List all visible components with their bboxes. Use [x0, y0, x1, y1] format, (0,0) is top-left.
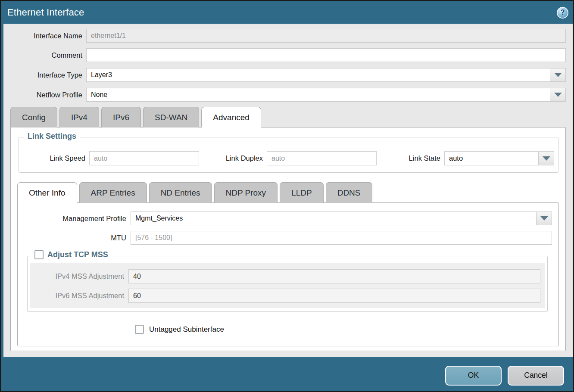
- link-duplex-field[interactable]: [267, 151, 377, 165]
- adjust-tcp-mss-fieldset: Adjust TCP MSS IPv4 MSS Adjustment IPv6 …: [27, 256, 548, 312]
- mss-disabled-area: IPv4 MSS Adjustment IPv6 MSS Adjustment: [30, 263, 545, 308]
- link-speed-field[interactable]: [89, 151, 199, 165]
- netflow-profile-dropdown-button[interactable]: [550, 88, 565, 101]
- footer: OK Cancel: [3, 357, 573, 391]
- help-glyph: ?: [561, 9, 565, 16]
- netflow-profile-value: None: [87, 91, 550, 99]
- management-profile-dropdown[interactable]: Mgmt_Services: [131, 212, 552, 225]
- netflow-profile-label: Netflow Profile: [3, 91, 86, 99]
- tab-lldp[interactable]: LLDP: [280, 182, 324, 203]
- management-profile-dropdown-button[interactable]: [536, 212, 552, 225]
- chevron-down-icon: [540, 216, 548, 221]
- chevron-down-icon: [543, 156, 550, 161]
- comment-field[interactable]: [86, 48, 566, 62]
- ipv6-mss-label: IPv6 MSS Adjustment: [30, 292, 128, 300]
- interface-name-label: Interface Name: [3, 32, 86, 40]
- dialog-title: Ethernet Interface: [7, 7, 84, 18]
- tab-ddns[interactable]: DDNS: [326, 182, 372, 203]
- tab-ndp-proxy[interactable]: NDP Proxy: [214, 182, 278, 203]
- management-profile-label: Management Profile: [18, 215, 131, 223]
- ipv4-mss-field: [128, 269, 540, 283]
- management-profile-row: Management Profile Mgmt_Services: [18, 212, 552, 225]
- untagged-subinterface-label: Untagged Subinterface: [149, 325, 224, 334]
- interface-type-value: Layer3: [87, 71, 550, 79]
- tab-ipv6[interactable]: IPv6: [101, 107, 141, 128]
- interface-type-dropdown[interactable]: Layer3: [86, 68, 566, 82]
- interface-type-label: Interface Type: [3, 71, 86, 79]
- help-icon[interactable]: ?: [557, 7, 568, 19]
- adjust-tcp-mss-label: Adjust TCP MSS: [47, 250, 108, 259]
- ethernet-interface-dialog: Ethernet Interface ? Interface Name Comm…: [0, 0, 574, 392]
- mtu-field[interactable]: [131, 231, 552, 245]
- ipv4-mss-row: IPv4 MSS Adjustment: [30, 269, 540, 283]
- comment-label: Comment: [3, 51, 86, 59]
- interface-name-field: [86, 29, 566, 43]
- ipv4-mss-label: IPv4 MSS Adjustment: [30, 272, 128, 280]
- link-speed-label: Link Speed: [44, 154, 89, 162]
- adjust-tcp-mss-checkbox[interactable]: [34, 250, 44, 259]
- netflow-profile-dropdown[interactable]: None: [86, 88, 566, 102]
- untagged-subinterface-checkbox[interactable]: [135, 325, 144, 334]
- link-state-label: Link State: [403, 154, 444, 162]
- ipv6-mss-row: IPv6 MSS Adjustment: [30, 289, 540, 303]
- netflow-profile-row: Netflow Profile None: [3, 88, 566, 102]
- interface-type-dropdown-button[interactable]: [550, 68, 565, 81]
- tab-ipv4[interactable]: IPv4: [59, 107, 99, 128]
- dialog-body: Interface Name Comment Interface Type La…: [1, 24, 573, 391]
- chevron-down-icon: [554, 93, 562, 97]
- link-state-dropdown-button[interactable]: [538, 152, 554, 165]
- tab-advanced[interactable]: Advanced: [201, 107, 261, 128]
- ipv6-mss-field: [128, 289, 540, 303]
- comment-row: Comment: [3, 48, 566, 62]
- inner-tabstrip: Other Info ARP Entries ND Entries NDP Pr…: [17, 182, 565, 203]
- tab-arp-entries[interactable]: ARP Entries: [79, 182, 147, 203]
- untagged-subinterface-row: Untagged Subinterface: [135, 325, 558, 334]
- tab-nd-entries[interactable]: ND Entries: [149, 182, 212, 203]
- cancel-button[interactable]: Cancel: [508, 366, 564, 386]
- chevron-down-icon: [554, 73, 562, 77]
- mtu-label: MTU: [18, 234, 131, 242]
- link-settings-fieldset: Link Settings Link Speed Link Duplex: [19, 137, 558, 173]
- advanced-tab-panel: Link Settings Link Speed Link Duplex: [10, 127, 566, 351]
- titlebar: Ethernet Interface ?: [1, 1, 573, 24]
- adjust-tcp-mss-legend: Adjust TCP MSS: [31, 250, 112, 259]
- management-profile-value: Mgmt_Services: [131, 215, 536, 222]
- link-duplex-label: Link Duplex: [218, 154, 267, 162]
- link-state-dropdown[interactable]: auto: [444, 151, 554, 165]
- tab-other-info[interactable]: Other Info: [17, 182, 77, 203]
- tab-config[interactable]: Config: [10, 107, 57, 128]
- link-settings-legend: Link Settings: [24, 132, 80, 141]
- interface-type-row: Interface Type Layer3: [3, 68, 566, 82]
- other-info-panel: Management Profile Mgmt_Services MTU: [17, 202, 559, 346]
- tab-sd-wan[interactable]: SD-WAN: [143, 107, 199, 128]
- link-state-value: auto: [445, 152, 538, 165]
- mtu-row: MTU: [18, 231, 552, 245]
- interface-name-row: Interface Name: [3, 29, 566, 43]
- main-tabstrip: Config IPv4 IPv6 SD-WAN Advanced: [10, 107, 573, 128]
- ok-button[interactable]: OK: [445, 366, 502, 386]
